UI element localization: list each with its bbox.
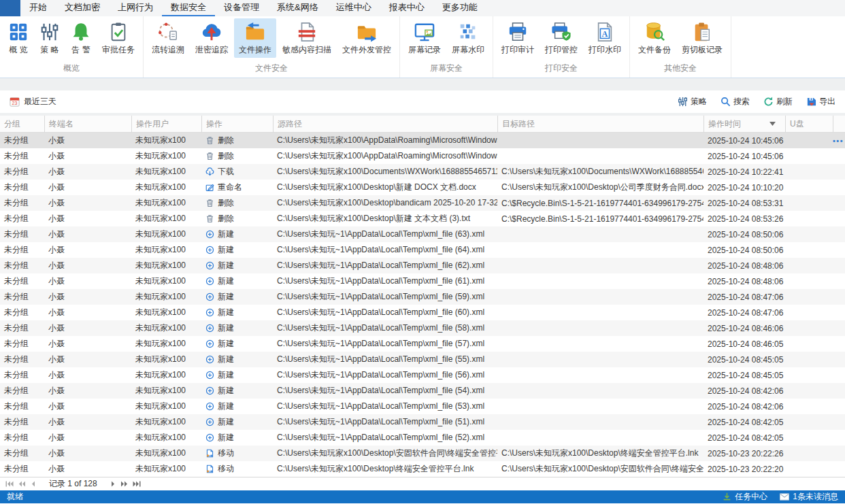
table-row[interactable]: 未分组小聂未知玩家x100下载C:\Users\未知玩家x100\Documen… <box>0 164 845 180</box>
pager-first-icon[interactable] <box>5 481 14 487</box>
table-row[interactable]: 未分组小聂未知玩家x100删除C:\Users\未知玩家x100\Desktop… <box>0 211 845 226</box>
table-row[interactable]: 未分组小聂未知玩家x100删除C:\Users\未知玩家x100\Desktop… <box>0 195 845 211</box>
column-header-3[interactable]: 操作 <box>201 116 273 132</box>
table-row[interactable]: 未分组小聂未知玩家x100移动C:\Users\未知玩家x100\Desktop… <box>0 446 845 461</box>
column-header-label: 终端名 <box>49 118 73 130</box>
new-icon <box>205 324 214 333</box>
cell-source-path: C:\Users\未知玩~1\AppData\Local\Temp\xml_fi… <box>273 320 497 336</box>
menu-tab-5[interactable]: 系统&网络 <box>268 0 327 16</box>
column-header-0[interactable]: 分组 <box>0 116 44 132</box>
operation-label: 删除 <box>218 135 234 146</box>
table-row[interactable]: 未分组小聂未知玩家x100新建C:\Users\未知玩~1\AppData\Lo… <box>0 430 845 446</box>
ribbon-item-flow-trace[interactable]: 流转追溯 <box>147 18 189 58</box>
ribbon-item-file-outgoing[interactable]: 文件外发管控 <box>337 18 396 58</box>
ribbon-item-label: 告 警 <box>71 44 90 56</box>
table-row[interactable]: 未分组小聂未知玩家x100新建C:\Users\未知玩~1\AppData\Lo… <box>0 305 845 320</box>
menu-tab-0[interactable]: 开始 <box>20 0 56 16</box>
table-row[interactable]: 未分组小聂未知玩家x100新建C:\Users\未知玩~1\AppData\Lo… <box>0 242 845 258</box>
ribbon-item-approval-tasks[interactable]: 审批任务 <box>97 18 139 58</box>
column-header-2[interactable]: 操作用户 <box>131 116 201 132</box>
new-icon <box>205 292 214 301</box>
table-row[interactable]: 未分组小聂未知玩家x100重命名C:\Users\未知玩家x100\Deskto… <box>0 180 845 195</box>
flow-trace-icon <box>158 21 178 43</box>
date-filter[interactable]: 23 最近三天 <box>10 96 56 107</box>
toolbar-action-refresh[interactable]: 刷新 <box>763 96 793 107</box>
sort-desc-icon[interactable] <box>769 122 776 126</box>
menu-tab-6[interactable]: 运维中心 <box>327 0 380 16</box>
table-row[interactable]: 未分组小聂未知玩家x100新建C:\Users\未知玩~1\AppData\Lo… <box>0 399 845 414</box>
menu-tab-1[interactable]: 文档加密 <box>56 0 109 16</box>
app-menu-button[interactable] <box>0 0 20 16</box>
ribbon-item-leak-trace[interactable]: 泄密追踪 <box>190 18 233 58</box>
menu-tab-4[interactable]: 设备管理 <box>215 0 268 16</box>
unread-messages-button[interactable]: 1条未读消息 <box>780 491 838 503</box>
cell-operation-user: 未知玩家x100 <box>131 242 201 258</box>
ribbon-item-file-operation[interactable]: 文件操作 <box>234 18 276 58</box>
pager-next-page-icon[interactable] <box>120 481 128 487</box>
ribbon-item-screen-record[interactable]: 屏幕记录 <box>403 18 446 58</box>
table-row[interactable]: 未分组小聂未知玩家x100新建C:\Users\未知玩~1\AppData\Lo… <box>0 383 845 399</box>
ribbon-group-items-4: 文件备份剪切板记录 <box>633 16 728 62</box>
operation-label: 新建 <box>218 432 234 443</box>
cell-operation-user: 未知玩家x100 <box>131 461 201 477</box>
table-row[interactable]: 未分组小聂未知玩家x100新建C:\Users\未知玩~1\AppData\Lo… <box>0 258 845 273</box>
ribbon-item-sensitive-scan[interactable]: 敏感内容扫描 <box>278 18 336 58</box>
table-row[interactable]: 未分组小聂未知玩家x100删除C:\Users\未知玩家x100\AppData… <box>0 148 845 164</box>
task-center-button[interactable]: 任务中心 <box>723 491 767 503</box>
table-row[interactable]: 未分组小聂未知玩家x100新建C:\Users\未知玩~1\AppData\Lo… <box>0 226 845 242</box>
column-header-label: U盘 <box>790 118 804 130</box>
column-header-4[interactable]: 源路径 <box>273 116 497 132</box>
column-header-8[interactable] <box>833 116 845 132</box>
ribbon-item-alarm-bell[interactable]: 告 警 <box>66 18 96 58</box>
ribbon-item-print-control[interactable]: 打印管控 <box>540 18 582 58</box>
cell-operation-time: 2025-10-24 08:53:31 <box>703 195 785 211</box>
table-row[interactable]: 未分组小聂未知玩家x100删除C:\Users\未知玩家x100\AppData… <box>0 133 845 148</box>
column-header-1[interactable]: 终端名 <box>44 116 131 132</box>
table-row[interactable]: 未分组小聂未知玩家x100新建C:\Users\未知玩~1\AppData\Lo… <box>0 367 845 383</box>
cell-source-path: C:\Users\未知玩~1\AppData\Local\Temp\xml_fi… <box>273 226 497 242</box>
ribbon-item-policy-sliders[interactable]: 策 略 <box>35 18 65 58</box>
ribbon-item-screen-watermark[interactable]: 屏幕水印 <box>447 18 489 58</box>
cell-terminal-name: 小聂 <box>44 180 131 195</box>
operation-label: 移动 <box>218 448 234 459</box>
screen-record-icon <box>414 21 435 43</box>
ribbon-item-clipboard-record[interactable]: 剪切板记录 <box>677 18 727 58</box>
menu-tab-3[interactable]: 数据安全 <box>162 0 215 16</box>
table-row[interactable]: 未分组小聂未知玩家x100新建C:\Users\未知玩~1\AppData\Lo… <box>0 273 845 289</box>
table-row[interactable]: 未分组小聂未知玩家x100新建C:\Users\未知玩~1\AppData\Lo… <box>0 320 845 336</box>
cell-usb <box>785 461 833 477</box>
pagination-bar: 记录 1 of 128 <box>0 477 845 490</box>
ribbon-item-print-audit[interactable]: 打印审计 <box>497 18 539 58</box>
toolbar-action-export[interactable]: 导出 <box>806 96 835 107</box>
pager-prev-page-icon[interactable] <box>18 481 26 487</box>
pager-next-icon[interactable] <box>110 481 116 487</box>
pager-prev-icon[interactable] <box>31 481 36 487</box>
table-row[interactable]: 未分组小聂未知玩家x100新建C:\Users\未知玩~1\AppData\Lo… <box>0 352 845 367</box>
toolbar-action-search[interactable]: 搜索 <box>720 96 750 107</box>
file-operation-icon <box>245 21 265 43</box>
cell-usb <box>785 430 833 446</box>
cell-more <box>833 148 845 164</box>
menu-tab-8[interactable]: 更多功能 <box>433 0 486 16</box>
ribbon-item-file-backup[interactable]: 文件备份 <box>633 18 676 58</box>
cell-group: 未分组 <box>0 211 44 226</box>
file-backup-icon <box>644 21 665 43</box>
column-header-6[interactable]: 操作时间 <box>703 116 785 132</box>
menu-tab-7[interactable]: 报表中心 <box>380 0 433 16</box>
cell-usb <box>785 367 833 383</box>
table-row[interactable]: 未分组小聂未知玩家x100新建C:\Users\未知玩~1\AppData\Lo… <box>0 289 845 305</box>
table-row[interactable]: 未分组小聂未知玩家x100新建C:\Users\未知玩~1\AppData\Lo… <box>0 414 845 430</box>
toolbar-action-policy-small[interactable]: 策略 <box>678 96 707 107</box>
table-row[interactable]: 未分组小聂未知玩家x100移动C:\Users\未知玩家x100\Desktop… <box>0 461 845 477</box>
column-header-7[interactable]: U盘 <box>785 116 833 132</box>
menu-tab-2[interactable]: 上网行为 <box>109 0 162 16</box>
operation-label: 删除 <box>218 150 234 162</box>
cell-terminal-name: 小聂 <box>44 289 131 305</box>
table-row[interactable]: 未分组小聂未知玩家x100新建C:\Users\未知玩~1\AppData\Lo… <box>0 336 845 352</box>
pager-last-icon[interactable] <box>133 481 141 487</box>
ribbon-item-print-watermark[interactable]: A打印水印 <box>584 18 626 58</box>
more-actions-button[interactable]: ••• <box>833 136 844 146</box>
cell-usb <box>785 226 833 242</box>
column-header-5[interactable]: 目标路径 <box>497 116 703 132</box>
ribbon-item-overview-grid[interactable]: 概 览 <box>3 18 33 58</box>
